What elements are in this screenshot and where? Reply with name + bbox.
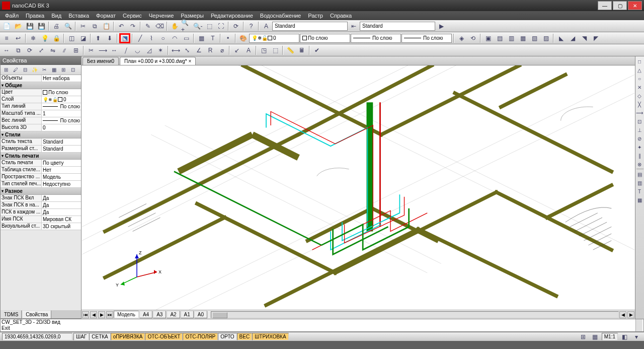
doc-tab[interactable]: План +0.000 и +3.000.dwg* × [120,57,196,65]
mtext-icon[interactable]: A [243,45,254,55]
status-toggle-ОРТО[interactable]: ОРТО [218,333,236,340]
maximize-button[interactable]: ▢ [613,1,627,10]
rect-icon[interactable]: ▭ [181,33,192,43]
textstyle-icon[interactable]: A [261,21,272,31]
iso1-icon[interactable]: ◣ [555,33,567,43]
tab-tdms[interactable]: TDMS [1,310,22,319]
status-toggle-СЕТКА[interactable]: СЕТКА [89,333,111,340]
measure-icon[interactable]: 📏 [285,45,296,55]
doc-tab[interactable]: Без имени0 [83,57,119,65]
prop-tool5-icon[interactable]: ✂ [40,66,49,74]
dimstyle-icon[interactable]: ⇤ [348,21,359,31]
dim-diameter-icon[interactable]: ⌀ [216,45,227,55]
color-icon[interactable]: 🎨 [237,33,249,43]
insert-icon[interactable]: ⬚ [270,45,281,55]
prop-row[interactable]: Знак ПСК в на...Да [1,202,81,209]
mirror-icon[interactable]: ⇋ [47,45,58,55]
walk2-icon[interactable]: ⬇ [104,33,115,43]
preview-icon[interactable]: 🔍 [62,21,73,31]
dim-angular-icon[interactable]: ∠ [193,45,204,55]
snap-none-icon[interactable]: ⊗ [635,160,643,168]
prop-row[interactable]: ПСК в каждом ...Да [1,209,81,216]
snap-cen-icon[interactable]: ○ [635,75,643,83]
snap-tan-icon[interactable]: ⊘ [635,134,643,143]
prop-row[interactable]: Пространство ...Модель [1,174,81,181]
tab-first-icon[interactable]: ⏮ [82,311,89,318]
menu-Вставка[interactable]: Вставка [65,12,92,20]
hatch-icon[interactable]: ▦ [196,33,207,43]
print-icon[interactable]: 🖨 [51,21,62,31]
layout-tab[interactable]: A0 [194,311,207,318]
prop-tool6-icon[interactable]: ▦ [49,66,58,74]
calc-icon[interactable]: 🖩 [296,45,307,55]
prop-row[interactable]: ЦветПо слою [1,89,81,96]
offset-icon[interactable]: ⫽ [59,45,70,55]
prop-row[interactable]: Имя ПСКМировая СК [1,216,81,223]
prop-row[interactable]: Стиль текстаStandard [1,138,81,146]
close-button[interactable]: ✕ [628,1,642,10]
prop-row[interactable]: Стиль печатиПо цвету [1,160,81,167]
view1-icon[interactable]: ▣ [482,33,494,43]
highlighted-tool-icon[interactable]: ⬔ [119,33,130,43]
textstyle-combo[interactable]: Standard [272,22,348,31]
menu-Справка[interactable]: Справка [327,12,355,20]
snap-end-icon[interactable]: □ [635,57,643,65]
menu-Формат[interactable]: Формат [93,12,119,20]
redo-icon[interactable]: ↷ [127,21,138,31]
prop-category[interactable]: Разное [1,188,81,195]
snap-quad-icon[interactable]: ◇ [635,92,643,100]
view4-icon[interactable]: ▦ [517,33,528,43]
viewport[interactable]: X Y Z [82,65,635,310]
menu-Черчение[interactable]: Черчение [146,12,177,20]
text-icon[interactable]: T [207,33,218,43]
line-icon[interactable]: ╱ [134,33,145,43]
saveall-icon[interactable]: 💾 [36,21,47,31]
tab-last-icon[interactable]: ⏭ [106,311,113,318]
dimstyle-combo[interactable]: Standard [360,22,435,31]
prop-row[interactable]: Высота 3D0 [1,124,81,131]
view2-icon[interactable]: ▤ [494,33,505,43]
chamfer-icon[interactable]: ◿ [143,45,154,55]
status-icon1[interactable]: ⊞ [578,332,589,342]
prop-row[interactable]: Знак ПСК ВклДа [1,195,81,202]
prop-tool3-icon[interactable]: ⊟ [21,66,30,74]
paste-icon[interactable]: 📋 [101,21,112,31]
tab-prev-icon[interactable]: ◀ [90,311,97,318]
layer-lock-icon[interactable]: 🔒 [51,33,62,43]
pan-icon[interactable]: ✋ [169,21,180,31]
scroll-left-icon[interactable]: ◀ [619,311,626,318]
view6-icon[interactable]: ▨ [540,33,551,43]
block-icon[interactable]: ◳ [258,45,269,55]
tab-properties[interactable]: Свойства [22,310,51,319]
prop-row[interactable]: Визуальный ст...3D скрытый [1,223,81,230]
status-icon2[interactable]: ▦ [590,332,601,342]
selection-row[interactable]: Объекты Нет набора [1,75,81,82]
snap-ins-icon[interactable]: ⊡ [635,117,643,125]
zoom-window-icon[interactable]: ⬚ [204,21,215,31]
extend-icon[interactable]: ⟶ [97,45,108,55]
trim-icon[interactable]: ✂ [86,45,97,55]
view3-icon[interactable]: ▥ [506,33,517,43]
regen-icon[interactable]: ⟳ [230,21,242,31]
horizontal-scrollbar[interactable] [211,311,619,318]
apply-icon[interactable]: ▶ [436,21,447,31]
match-icon[interactable]: ✎ [142,21,153,31]
unisolate-icon[interactable]: ◪ [77,33,89,43]
check-icon[interactable]: ✔ [311,45,323,55]
fillet-icon[interactable]: ◡ [132,45,143,55]
layer-off-icon[interactable]: 💡 [39,33,50,43]
orbit-icon[interactable]: ⟲ [467,33,478,43]
prop-row[interactable]: Вес линийПо слою [1,117,81,124]
move-icon[interactable]: ↔ [1,45,12,55]
menu-Водоснабжение[interactable]: Водоснабжение [257,12,304,20]
copy-icon[interactable]: ⧉ [89,21,100,31]
cut-icon[interactable]: ✂ [77,21,89,31]
zoom-out-icon[interactable]: 🔍- [192,21,203,31]
break-icon[interactable]: ⧸ [120,45,131,55]
prop-tool7-icon[interactable]: ⊞ [59,66,68,74]
erase-icon[interactable]: ⌫ [154,21,165,31]
menu-Растр[interactable]: Растр [305,12,326,20]
status-icon4[interactable]: ▾ [631,332,642,342]
tab-next-icon[interactable]: ▶ [98,311,105,318]
isolate-icon[interactable]: ◫ [66,33,77,43]
